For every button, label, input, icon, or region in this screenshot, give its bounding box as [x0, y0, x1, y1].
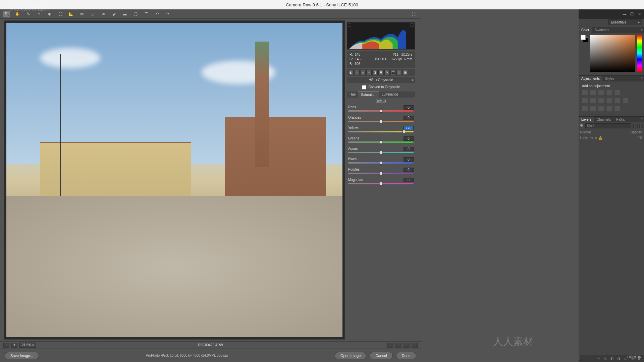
curves-adjust-icon[interactable]	[598, 90, 604, 95]
slider-track[interactable]	[348, 110, 414, 112]
before-after-icon[interactable]	[395, 343, 401, 348]
swatches-tab[interactable]: Swatches	[592, 27, 612, 33]
invert-adjust-icon[interactable]	[582, 106, 588, 111]
tone-curve-tab-icon[interactable]: 〰	[354, 70, 360, 75]
filter-pixel-icon[interactable]	[633, 124, 634, 128]
slider-value-input[interactable]	[404, 136, 414, 141]
fg-bg-swatches[interactable]	[581, 35, 588, 42]
panel-menu-icon[interactable]: ≡	[641, 117, 643, 121]
layers-tab[interactable]: Layers	[579, 117, 594, 122]
lens-corrections-tab-icon[interactable]: ⬢	[378, 70, 384, 75]
filter-smart-icon[interactable]	[642, 124, 643, 128]
color-field[interactable]	[590, 35, 635, 72]
preview-mode-icon[interactable]	[387, 343, 393, 348]
slider-thumb[interactable]	[402, 130, 405, 133]
swap-icon[interactable]	[404, 343, 410, 348]
color-sampler-tool-icon[interactable]: ✧	[36, 11, 42, 17]
split-toning-tab-icon[interactable]: ◨	[372, 70, 378, 75]
done-button[interactable]: Done	[396, 352, 416, 359]
convert-grayscale-checkbox[interactable]: Convert to Grayscale	[362, 85, 400, 89]
default-link[interactable]: Default	[347, 98, 415, 105]
slider-thumb[interactable]	[380, 120, 382, 123]
link-layers-icon[interactable]: ⚭	[597, 356, 602, 361]
slider-thumb[interactable]	[380, 182, 382, 185]
selective-color-adjust-icon[interactable]	[614, 106, 620, 111]
saturation-subtab[interactable]: Saturation	[358, 92, 379, 98]
preferences-tool-icon[interactable]: ☰	[143, 11, 150, 17]
slider-value-input[interactable]	[404, 178, 414, 182]
posterize-adjust-icon[interactable]	[590, 106, 596, 111]
zoom-in-button[interactable]: +	[11, 343, 17, 348]
vibrance-adjust-icon[interactable]	[614, 90, 620, 95]
open-image-button[interactable]: Open Image	[335, 352, 367, 359]
filter-search-icon[interactable]: 🔍	[580, 124, 584, 128]
settings-icon[interactable]	[412, 343, 418, 348]
paths-tab[interactable]: Paths	[613, 117, 628, 122]
layer-fx-icon[interactable]: fx	[604, 356, 608, 361]
hsl-tab-icon[interactable]: ≡	[366, 70, 372, 75]
filter-adjust-icon[interactable]	[635, 124, 636, 128]
brightness-adjust-icon[interactable]	[582, 90, 588, 95]
minimize-icon[interactable]: —	[622, 12, 627, 16]
hue-sat-adjust-icon[interactable]	[582, 98, 588, 103]
white-balance-tool-icon[interactable]: ✎	[25, 11, 32, 17]
close-icon[interactable]: ✕	[637, 12, 642, 16]
adjustment-brush-tool-icon[interactable]: 🖌	[111, 11, 117, 17]
trash-icon[interactable]: 🗑	[637, 356, 642, 361]
image-preview[interactable]	[4, 20, 345, 340]
highlight-clipping-icon[interactable]	[411, 23, 414, 26]
slider-value-input[interactable]	[404, 168, 414, 172]
slider-track[interactable]	[348, 121, 414, 122]
slider-track[interactable]	[348, 183, 414, 184]
maximize-icon[interactable]: ❐	[629, 12, 635, 16]
channels-tab[interactable]: Channels	[594, 117, 613, 122]
slider-track[interactable]	[348, 141, 414, 143]
basic-tab-icon[interactable]: ◐	[348, 70, 354, 75]
filter-shape-icon[interactable]	[639, 124, 640, 128]
workflow-options-link[interactable]: ProPhoto RGB; 16 bit; 6000 by 4000 (24.0…	[146, 354, 228, 357]
exposure-adjust-icon[interactable]	[606, 90, 612, 95]
slider-track[interactable]	[348, 162, 414, 164]
spot-removal-tool-icon[interactable]: ◌	[89, 11, 96, 17]
panel-menu-icon[interactable]: ≡	[412, 78, 414, 82]
hue-subtab[interactable]: Hue	[347, 92, 358, 98]
radial-filter-tool-icon[interactable]: ◯	[132, 11, 139, 17]
adjustments-tab[interactable]: Adjustments	[579, 76, 602, 81]
slider-thumb[interactable]	[380, 172, 382, 175]
slider-thumb[interactable]	[380, 140, 382, 144]
slider-track[interactable]	[348, 173, 414, 174]
effects-tab-icon[interactable]: fx	[384, 70, 390, 75]
presets-tab-icon[interactable]: ☰	[396, 70, 402, 75]
zoom-tool-icon[interactable]: 🔍	[3, 11, 10, 17]
threshold-adjust-icon[interactable]	[598, 106, 604, 111]
zoom-out-button[interactable]: −	[3, 343, 9, 348]
rotate-cw-icon[interactable]: ↷	[164, 11, 171, 17]
workspace-selector[interactable]: Essentials»	[608, 19, 642, 25]
gradient-map-adjust-icon[interactable]	[606, 106, 612, 111]
panel-menu-icon[interactable]: ≡	[641, 76, 643, 80]
layer-mask-icon[interactable]: ◐	[610, 356, 615, 361]
styles-tab[interactable]: Styles	[602, 76, 617, 81]
camera-calibration-tab-icon[interactable]: 📷	[390, 70, 396, 75]
graduated-filter-tool-icon[interactable]: ▬	[121, 11, 128, 17]
slider-value-input[interactable]	[404, 105, 414, 110]
slider-value-input[interactable]	[404, 116, 414, 120]
new-layer-icon[interactable]: ➕	[631, 356, 635, 361]
toggle-fullscreen-icon[interactable]: ⛶	[410, 11, 417, 17]
slider-thumb[interactable]	[380, 161, 382, 165]
luminance-subtab[interactable]: Luminance	[379, 92, 401, 98]
slider-thumb[interactable]	[380, 109, 382, 113]
redeye-tool-icon[interactable]: 👁	[100, 11, 107, 17]
foreground-color-swatch[interactable]	[581, 35, 586, 40]
layer-filter-input[interactable]	[585, 123, 631, 128]
straighten-tool-icon[interactable]: 📐	[68, 11, 74, 17]
lut-adjust-icon[interactable]	[622, 98, 628, 103]
channel-mixer-adjust-icon[interactable]	[614, 98, 620, 103]
transform-tool-icon[interactable]: ▭	[78, 11, 85, 17]
cancel-button[interactable]: Cancel	[370, 352, 392, 359]
rotate-ccw-icon[interactable]: ↶	[154, 11, 160, 17]
panel-menu-icon[interactable]: ≡	[641, 28, 643, 32]
slider-track[interactable]	[348, 131, 414, 132]
new-adjustment-icon[interactable]: ◑	[617, 356, 622, 361]
slider-track[interactable]	[348, 152, 414, 153]
